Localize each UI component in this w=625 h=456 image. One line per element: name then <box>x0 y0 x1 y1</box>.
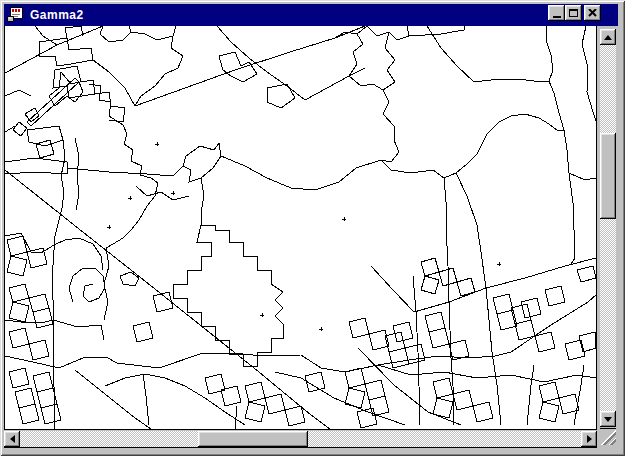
map-boundary-path <box>444 178 449 302</box>
map-centroid-marker <box>260 313 264 317</box>
map-centroid-marker <box>319 327 323 331</box>
title-bar[interactable]: Gamma2 <box>4 4 618 26</box>
map-boundary-path <box>535 332 555 352</box>
map-boundary-path <box>429 328 449 348</box>
scroll-left-button[interactable] <box>4 431 20 447</box>
maximize-button[interactable] <box>565 5 582 21</box>
map-boundary-path <box>477 114 564 154</box>
map-boundary-path <box>27 248 47 268</box>
vertical-scrollbar <box>600 29 616 427</box>
map-boundary-path <box>9 284 29 302</box>
map-boundary-path <box>582 26 596 121</box>
map-boundary-path <box>135 74 165 106</box>
map-boundary-path <box>29 340 49 360</box>
map-boundary-path <box>5 233 54 253</box>
map-boundary-path <box>577 266 596 282</box>
up-arrow-icon <box>604 35 612 40</box>
map-boundary-path <box>133 322 153 342</box>
map-boundary-path <box>5 158 67 162</box>
map-boundary-path <box>106 230 131 248</box>
map-boundary-path <box>486 258 596 288</box>
map-boundary-path <box>453 390 473 410</box>
map-boundary-path <box>9 302 29 322</box>
horizontal-scrollbar <box>4 431 597 447</box>
map-boundary-path <box>136 186 189 200</box>
map-boundary-path <box>474 79 549 82</box>
left-arrow-icon <box>10 435 15 443</box>
map-boundary-path <box>5 320 53 323</box>
map-boundary-path <box>67 166 183 176</box>
map-boundary-path <box>235 406 237 429</box>
bottom-frame-divider <box>4 447 597 448</box>
map-boundary-path <box>421 258 439 276</box>
map-boundary-path <box>539 402 559 422</box>
map-boundary-path <box>571 230 575 264</box>
map-boundary-path <box>305 68 365 100</box>
map-viewport[interactable] <box>4 26 597 430</box>
map-boundary-path <box>345 388 365 408</box>
map-boundary-path <box>381 140 399 162</box>
close-button[interactable] <box>584 5 601 21</box>
resize-grip[interactable] <box>600 429 616 445</box>
map-boundary-path <box>569 173 596 180</box>
map-boundary-path <box>41 404 61 424</box>
map-boundary-path <box>539 382 559 402</box>
map-centroid-marker <box>497 262 501 266</box>
map-boundary-path <box>201 178 204 225</box>
map-boundary-path <box>221 386 241 406</box>
map-boundary-path <box>349 76 383 90</box>
map-boundary-path <box>5 90 31 96</box>
close-icon <box>588 9 597 17</box>
map-centroid-marker <box>107 225 111 229</box>
map-boundary-path <box>219 52 257 82</box>
map-boundary-path <box>349 318 369 338</box>
horizontal-scroll-thumb[interactable] <box>198 431 308 447</box>
minimize-icon <box>553 16 561 18</box>
minimize-button[interactable] <box>548 5 565 21</box>
map-boundary-path <box>245 402 265 422</box>
map-document-icon[interactable] <box>7 7 25 23</box>
map-boundary-path <box>75 138 79 210</box>
scroll-up-button[interactable] <box>600 29 616 45</box>
map-boundary-path <box>527 365 534 425</box>
map-boundary-path <box>421 276 439 294</box>
map-boundary-path <box>27 126 63 146</box>
map-boundary-path <box>13 122 27 136</box>
map-centroid-marker <box>171 191 175 195</box>
map-boundary-path <box>35 26 57 45</box>
map-boundary-path <box>371 266 414 312</box>
map-boundary-path <box>27 78 75 122</box>
map-boundary-path <box>39 38 93 66</box>
map-boundary-path <box>357 408 377 428</box>
map-boundary-path <box>473 402 493 422</box>
map-boundary-path <box>19 404 39 424</box>
map-boundary-path <box>549 81 574 230</box>
map-boundary-path <box>69 268 105 302</box>
map-boundary-path <box>36 140 54 158</box>
map-boundary-path <box>477 225 486 288</box>
map-boundary-path <box>143 374 149 425</box>
map-boundary-path <box>545 286 565 306</box>
vertical-scroll-thumb[interactable] <box>600 133 616 219</box>
right-arrow-icon <box>587 435 592 443</box>
map-boundary-path <box>105 374 245 425</box>
map-boundary-path <box>546 26 553 81</box>
vertical-scroll-track[interactable] <box>600 45 616 411</box>
map-boundary-path <box>173 225 283 366</box>
map-centroid-marker <box>155 142 159 146</box>
down-arrow-icon <box>604 417 612 422</box>
map-boundary-path <box>54 238 103 270</box>
map-boundary-path <box>267 84 295 108</box>
map-boundary-path <box>89 84 111 116</box>
map-centroid-marker <box>342 217 346 221</box>
map-boundary-path <box>5 353 378 372</box>
map-boundary-path <box>183 143 221 182</box>
scroll-right-button[interactable] <box>581 431 597 447</box>
map-boundary-path <box>53 320 104 340</box>
map-boundary-path <box>9 328 29 348</box>
map-svg[interactable] <box>5 26 596 429</box>
map-boundary-path <box>27 122 31 126</box>
scroll-down-button[interactable] <box>600 411 616 427</box>
map-boundary-path <box>285 406 305 426</box>
map-boundary-path <box>7 256 27 276</box>
